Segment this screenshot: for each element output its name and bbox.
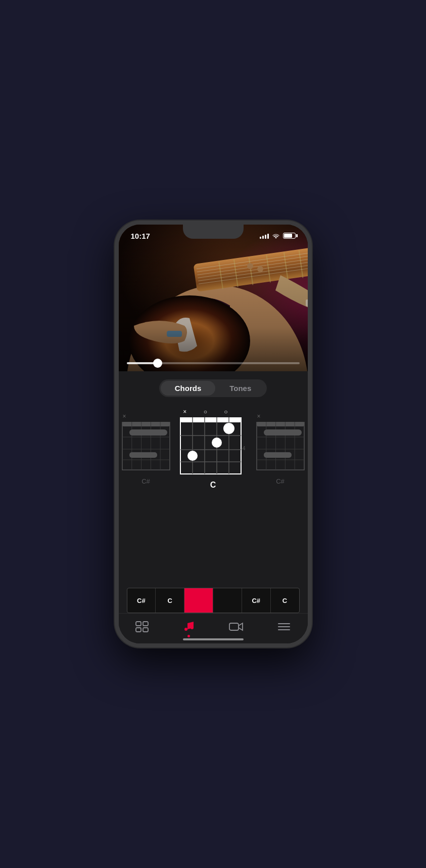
svg-rect-46 bbox=[257, 422, 304, 470]
svg-rect-23 bbox=[122, 422, 170, 470]
status-icons bbox=[260, 232, 296, 240]
right-fret-label: 4 bbox=[243, 445, 246, 451]
chord-card-right[interactable]: × 4 bbox=[253, 413, 308, 485]
bottom-nav bbox=[119, 613, 308, 643]
tab-group: Chords Tones bbox=[159, 379, 267, 397]
svg-rect-33 bbox=[129, 452, 157, 458]
menu-icon bbox=[277, 622, 291, 633]
svg-rect-56 bbox=[264, 452, 292, 458]
status-time: 10:17 bbox=[131, 232, 150, 240]
phone-frame: 10:17 bbox=[115, 221, 312, 647]
svg-rect-60 bbox=[143, 628, 148, 632]
nav-active-dot bbox=[187, 635, 190, 637]
svg-rect-32 bbox=[129, 429, 167, 436]
right-chord-label: C# bbox=[276, 478, 285, 485]
center-chord-svg bbox=[178, 417, 244, 475]
timeline-cell-0[interactable]: C# bbox=[127, 588, 156, 613]
left-chord-label: C# bbox=[141, 478, 150, 485]
timeline-cell-1[interactable]: C bbox=[156, 588, 184, 613]
chord-card-left[interactable]: × 4 bbox=[118, 413, 174, 485]
nav-item-grid[interactable] bbox=[135, 621, 149, 634]
svg-point-61 bbox=[184, 628, 187, 631]
svg-point-44 bbox=[212, 438, 222, 448]
svg-point-62 bbox=[191, 626, 194, 629]
wifi-icon bbox=[272, 232, 280, 240]
svg-point-43 bbox=[223, 423, 234, 434]
left-string-symbols: × bbox=[118, 413, 174, 421]
home-indicator bbox=[183, 638, 244, 640]
right-chord-svg bbox=[253, 422, 308, 472]
right-string-symbols: × bbox=[253, 413, 308, 421]
chords-tab[interactable]: Chords bbox=[161, 381, 216, 396]
timeline-bar: C# C C# C bbox=[127, 588, 300, 613]
main-content: Chords Tones × bbox=[119, 371, 308, 643]
battery-icon bbox=[283, 233, 296, 239]
center-string-symbols: × ○ ○ bbox=[178, 408, 244, 416]
grid-icon bbox=[135, 621, 149, 634]
progress-bar[interactable] bbox=[127, 362, 300, 364]
chord-card-center[interactable]: × ○ ○ bbox=[178, 408, 249, 490]
timeline-cell-3[interactable] bbox=[213, 588, 242, 613]
nav-item-camera[interactable] bbox=[229, 621, 243, 634]
progress-thumb[interactable] bbox=[153, 359, 162, 368]
timeline-cell-5[interactable]: C bbox=[271, 588, 299, 613]
tones-tab[interactable]: Tones bbox=[215, 381, 265, 396]
music-note-icon bbox=[183, 620, 195, 635]
nav-item-music[interactable] bbox=[183, 620, 195, 635]
timeline-cell-4[interactable]: C# bbox=[242, 588, 271, 613]
center-chord-label: C bbox=[210, 481, 216, 490]
nav-item-menu[interactable] bbox=[277, 622, 291, 633]
svg-point-45 bbox=[187, 451, 198, 461]
status-bar: 10:17 bbox=[119, 225, 308, 247]
timeline-cell-2[interactable] bbox=[184, 588, 213, 613]
svg-rect-63 bbox=[229, 623, 239, 630]
svg-rect-59 bbox=[136, 628, 141, 632]
timeline-section: C# C C# C bbox=[119, 588, 308, 613]
svg-rect-24 bbox=[122, 422, 170, 426]
svg-rect-57 bbox=[136, 622, 141, 626]
chord-diagrams-container: × 4 bbox=[119, 403, 308, 494]
svg-rect-47 bbox=[257, 422, 304, 426]
svg-rect-55 bbox=[264, 429, 302, 436]
svg-rect-58 bbox=[143, 622, 148, 626]
svg-rect-35 bbox=[180, 417, 241, 422]
left-chord-svg bbox=[118, 422, 174, 472]
camera-icon bbox=[229, 621, 243, 634]
signal-bars-icon bbox=[260, 233, 269, 239]
tab-switcher: Chords Tones bbox=[119, 371, 308, 403]
